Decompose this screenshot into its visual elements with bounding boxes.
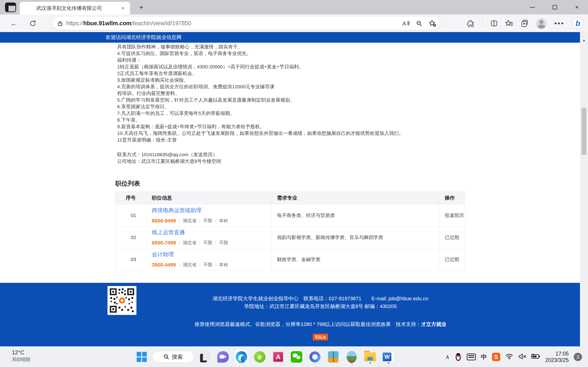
job-region: 湖北省 <box>183 218 196 224</box>
app-edge[interactable] <box>234 350 249 364</box>
windows-logo-icon <box>137 352 147 362</box>
minimize-icon <box>530 7 535 8</box>
article-line: 2正式员工每年享有次年度调薪机会。 <box>117 70 404 77</box>
new-tab-button[interactable]: + <box>137 3 146 12</box>
article-line: 3.按国家规定标准购买社会保险。 <box>117 77 404 83</box>
job-region: 湖北省 <box>183 240 196 246</box>
taskbar-clock[interactable]: 17:05 2023/3/25 <box>545 350 569 363</box>
maximize-icon <box>553 5 557 9</box>
app-microsoft365[interactable] <box>308 350 322 364</box>
tray-chevron-up-icon[interactable]: ∧ <box>445 353 450 361</box>
app-file-explorer[interactable] <box>363 350 377 364</box>
taskbar-search[interactable]: 搜索 <box>153 351 194 363</box>
favorites-icon[interactable] <box>505 20 513 27</box>
table-header-row: 序号 职位信息 需求专业 操作 <box>115 192 465 204</box>
job-experience: 不限 <box>203 262 212 268</box>
job-salary: 8500-9499 <box>152 218 176 224</box>
scrollbar-thumb[interactable] <box>582 108 586 155</box>
company-address: 公司地址：武汉市江夏区杨桥湖大道8号兮棣空间 <box>117 158 221 165</box>
edge-icon <box>236 351 247 363</box>
job-meta: 8500-9499 | 湖北省 | 不限 | 本科 <box>152 218 271 224</box>
column-header-majors: 需求专业 <box>271 192 439 204</box>
job-experience: 不限 <box>203 218 212 224</box>
page-scrollbar[interactable]: ▲ <box>580 32 588 346</box>
back-button[interactable]: ← <box>9 19 19 28</box>
banner-text: 欢迎访问湖北经济学院就业信息网 <box>106 34 182 41</box>
weather-description: 局部晴朗 <box>12 357 30 363</box>
job-majors: 电子商务类、经济与贸易类 <box>271 204 439 226</box>
battery-charging-icon[interactable] <box>531 353 540 360</box>
app-access[interactable]: A <box>271 350 285 364</box>
job-description: 具有团队协作精神，做事细致耐心，充满激情，踏实肯干。 4.可提供实习岗位。国际贸… <box>117 44 404 143</box>
app-wechat[interactable] <box>289 350 304 364</box>
weather-widget[interactable]: 12°C 局部晴朗 <box>12 349 30 363</box>
360-browser-icon: e <box>254 351 266 363</box>
wifi-icon[interactable] <box>505 353 513 361</box>
job-title-link[interactable]: 跨境电商运营或助理 <box>152 207 271 214</box>
close-button[interactable]: × <box>566 0 588 15</box>
settings-menu-icon[interactable]: ••• <box>554 19 564 27</box>
file-explorer-icon <box>364 352 376 362</box>
extensions-icon[interactable] <box>467 19 475 27</box>
touch-keyboard-icon[interactable] <box>467 353 476 360</box>
tab-title: 武汉漫寻刻文化传播有限公司 <box>36 5 120 12</box>
meta-separator: | <box>179 262 180 267</box>
job-salary: 3500-4499 <box>152 262 176 268</box>
expired-label: 已过期 <box>445 257 459 262</box>
app-360-browser[interactable]: e <box>252 350 267 364</box>
job-title-link[interactable]: 会计助理 <box>152 251 271 258</box>
add-favorite-icon[interactable] <box>429 20 436 27</box>
clock-date: 2023/3/25 <box>545 357 569 363</box>
qq-tray-icon[interactable] <box>455 352 462 361</box>
tab-close-icon[interactable]: × <box>120 5 126 12</box>
url-text: https://hbue.91wllm.com/teachin/view/id/… <box>66 20 191 27</box>
job-majors: 财政学类、金融学类 <box>271 248 439 270</box>
article-line: 福利待遇： <box>117 57 404 64</box>
window-controls: × <box>521 0 588 15</box>
split-screen-icon[interactable] <box>490 20 498 27</box>
apply-resume-link[interactable]: 投递简历 <box>445 213 464 218</box>
dark-window-icon <box>200 351 209 362</box>
bing-chat-icon[interactable]: b <box>572 17 584 29</box>
51la-stats-badge[interactable]: 51La <box>313 334 328 340</box>
job-degree: 不限 <box>219 240 228 246</box>
meta-separator: | <box>215 218 216 223</box>
notification-count-badge[interactable]: 2 <box>574 353 582 361</box>
maximize-button[interactable] <box>544 0 566 15</box>
article-line: 10.天高任鸟飞，海阔凭鱼跃。公司正处于飞速发展阶段，如果你想在外贸做出一番成绩… <box>117 130 404 137</box>
app-word[interactable]: W <box>381 350 396 364</box>
refresh-button[interactable] <box>28 19 38 28</box>
ime-language-icon[interactable]: 中 <box>481 353 487 361</box>
meta-separator: | <box>179 240 180 245</box>
meta-separator: | <box>215 240 216 245</box>
scroll-up-arrow[interactable]: ▲ <box>580 38 588 42</box>
article-line: 程培训。行业内最完整资料。 <box>117 90 404 97</box>
job-majors: 戏剧与影视学类、新闻传播学类、音乐与舞蹈学类 <box>271 226 439 248</box>
read-aloud-icon[interactable]: A <box>402 20 410 27</box>
job-degree: 本科 <box>219 218 228 224</box>
app-dark-window[interactable] <box>197 350 212 364</box>
profile-avatar[interactable] <box>536 18 547 29</box>
job-no: 02 <box>115 226 146 248</box>
job-title-link[interactable]: 线上运营直播 <box>152 229 271 236</box>
browser-toolbar: ← https://hbue.91wllm.com/teachin/view/i… <box>0 15 588 32</box>
s-app-tray-icon[interactable]: S <box>492 353 500 361</box>
address-bar[interactable]: https://hbue.91wllm.com/teachin/view/id/… <box>52 17 440 30</box>
tab-actions-menu-icon[interactable] <box>5 2 16 12</box>
job-experience: 不限 <box>203 240 212 246</box>
search-icon <box>164 354 169 360</box>
volume-muted-icon[interactable] <box>518 353 526 361</box>
footer-address-line: 学院地址：武汉市江夏区藏龙岛开发区杨桥湖大道8号 邮编：430205 <box>138 302 503 310</box>
app-video-chat[interactable] <box>216 350 230 364</box>
app-zip-tool[interactable] <box>326 350 341 364</box>
start-button[interactable] <box>134 350 149 364</box>
article-line: 5.广阔的学习和发展空间，针对员工个人兴趣以及发展意愿量身制定职业发展规划。 <box>117 97 404 103</box>
column-header-info: 职位信息 <box>146 192 271 204</box>
tech-support-link[interactable]: 才立方就业 <box>421 321 446 327</box>
job-no: 03 <box>115 248 146 270</box>
zoom-out-icon[interactable] <box>416 20 423 27</box>
browser-tab[interactable]: 武汉漫寻刻文化传播有限公司 × <box>20 2 130 15</box>
collections-icon[interactable] <box>521 19 528 27</box>
app-photos[interactable] <box>344 350 359 364</box>
minimize-button[interactable] <box>521 0 544 15</box>
